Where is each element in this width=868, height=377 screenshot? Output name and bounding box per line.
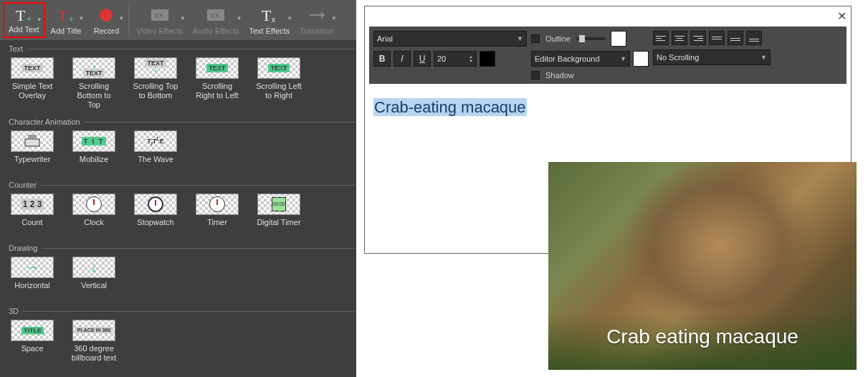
italic-button[interactable]: I	[394, 51, 411, 67]
record-icon	[98, 5, 114, 25]
preset-vertical[interactable]: ↓ Vertical	[70, 257, 118, 300]
audio-effects-icon: FX	[206, 5, 226, 25]
svg-text:T: T	[262, 6, 272, 24]
add-title-icon: T+	[57, 5, 75, 25]
typewriter-icon	[22, 133, 42, 149]
preset-label: Typewriter	[14, 155, 51, 173]
preset-label: Mobilize	[80, 155, 108, 173]
background-select[interactable]: Editor Background ▼	[531, 51, 630, 67]
preset-label: The Wave	[138, 155, 173, 173]
shadow-label: Shadow	[545, 71, 574, 80]
preset-label: Digital Timer	[257, 218, 300, 237]
preset-digital-timer[interactable]: 00:00 Digital Timer	[255, 194, 302, 237]
preset-scrolling-left-to-right[interactable]: →TEXT Scrolling Left to Right	[255, 57, 302, 110]
preset-label: Vertical	[81, 281, 107, 300]
preset-simple-text-overlay[interactable]: TEXT Simple Text Overlay	[9, 57, 56, 110]
editable-text[interactable]: Crab-eating macaque	[373, 98, 527, 116]
add-text-icon: T+	[14, 6, 33, 24]
video-preview: Crab eating macaque	[548, 162, 857, 370]
background-value: Editor Background	[535, 54, 600, 63]
scrolling-value: No Scrolling	[657, 53, 699, 62]
close-button[interactable]: ✕	[837, 9, 846, 23]
scrolling-select[interactable]: No Scrolling ▼	[653, 49, 771, 65]
svg-point-4	[100, 9, 113, 22]
preset-timer[interactable]: Timer	[194, 194, 241, 237]
background-color-swatch[interactable]	[633, 51, 649, 67]
preset-count[interactable]: 1 2 3 Count	[9, 194, 56, 237]
audio-effects-button[interactable]: FX Audio Effects ▼	[189, 2, 244, 38]
outline-slider[interactable]	[576, 37, 605, 40]
valign-bottom-button[interactable]	[746, 31, 762, 45]
add-text-button[interactable]: T+ Add Text ▼	[3, 2, 45, 38]
font-family-select[interactable]: Arial ▼	[373, 31, 527, 47]
preset-mobilize[interactable]: T I T Mobilize	[70, 130, 118, 173]
dropdown-arrow-icon: ▼	[331, 15, 337, 22]
section-title: 3D	[9, 307, 349, 315]
font-color-swatch[interactable]	[480, 51, 495, 67]
transition-button[interactable]: Transition ▼	[295, 2, 338, 38]
text-effects-button[interactable]: Tx Text Effects ▼	[244, 2, 294, 38]
preset-label: Timer	[207, 218, 227, 237]
transition-icon	[307, 5, 326, 25]
section-3d: 3D TITLE Space PLACE IN 360 360 degree b…	[9, 307, 349, 363]
spinner-arrows-icon: ▲▼	[469, 54, 473, 63]
align-right-button[interactable]	[690, 31, 706, 45]
svg-text:x: x	[272, 16, 275, 24]
video-effects-button[interactable]: FX Video Effects ▼	[132, 2, 186, 38]
svg-rect-11	[25, 139, 39, 146]
preset-label: Space	[21, 344, 43, 363]
preset-label: Scrolling Top to Bottom	[132, 82, 179, 100]
preset-clock[interactable]: Clock	[70, 194, 118, 237]
section-character-animation: Character Animation Typewriter T I T Mob…	[9, 118, 349, 173]
outline-checkbox[interactable]	[531, 34, 540, 43]
font-size-spinner[interactable]: 20 ▲▼	[434, 51, 477, 67]
preset-scrolling-bottom-to-top[interactable]: ↑TEXT Scrolling Bottom to Top	[70, 57, 118, 110]
align-center-button[interactable]	[672, 31, 687, 45]
chevron-down-icon: ▼	[517, 35, 523, 42]
section-title: Text	[9, 44, 349, 53]
text-effects-icon: Tx	[260, 5, 279, 25]
record-label: Record	[94, 27, 119, 35]
svg-text:+: +	[69, 14, 74, 24]
preset-stopwatch[interactable]: Stopwatch	[132, 194, 179, 237]
section-title: Counter	[9, 181, 349, 189]
preset-the-wave[interactable]: TITLE The Wave	[132, 130, 179, 173]
preset-360-billboard[interactable]: PLACE IN 360 360 degree billboard text	[70, 320, 118, 363]
video-effects-label: Video Effects	[136, 27, 182, 35]
section-title: Drawing	[9, 244, 349, 252]
align-left-button[interactable]	[653, 31, 669, 45]
preset-horizontal[interactable]: → Horizontal	[9, 257, 56, 300]
svg-text:T: T	[16, 6, 26, 24]
underline-button[interactable]: U	[414, 51, 431, 67]
valign-middle-button[interactable]	[728, 31, 743, 45]
preset-label: Count	[22, 218, 42, 237]
svg-rect-12	[28, 135, 37, 139]
svg-text:T: T	[58, 6, 68, 24]
preset-label: Clock	[84, 218, 104, 237]
clock-icon	[86, 196, 102, 212]
outline-color-swatch[interactable]	[611, 31, 626, 47]
dropdown-arrow-icon: ▼	[37, 16, 42, 23]
outline-label: Outline	[545, 34, 571, 43]
record-button[interactable]: Record ▼	[87, 2, 125, 38]
preset-scrolling-right-to-left[interactable]: ←TEXT Scrolling Right to Left	[194, 57, 241, 110]
toolbar-separator	[128, 4, 129, 36]
valign-top-button[interactable]	[709, 31, 725, 45]
font-family-value: Arial	[377, 34, 393, 43]
dropdown-arrow-icon: ▼	[180, 15, 186, 22]
transition-label: Transition	[300, 27, 334, 35]
preset-scrolling-top-to-bottom[interactable]: ↓TEXT Scrolling Top to Bottom	[132, 57, 179, 110]
right-panel: ✕ Arial ▼ B I U 20 ▲▼	[358, 0, 864, 377]
preset-label: 360 degree billboard text	[70, 344, 118, 363]
preset-label: Scrolling Left to Right	[255, 82, 302, 100]
bold-button[interactable]: B	[373, 51, 391, 67]
preset-typewriter[interactable]: Typewriter	[9, 130, 56, 173]
svg-text:+: +	[27, 14, 32, 24]
add-title-button[interactable]: T+ Add Title ▼	[47, 2, 86, 38]
preset-label: Scrolling Right to Left	[194, 82, 241, 100]
preset-space[interactable]: TITLE Space	[9, 320, 56, 363]
shadow-checkbox[interactable]	[531, 71, 540, 80]
dropdown-arrow-icon: ▼	[119, 15, 125, 22]
section-drawing: Drawing → Horizontal ↓ Vertical	[9, 244, 349, 300]
chevron-down-icon: ▼	[620, 55, 626, 62]
